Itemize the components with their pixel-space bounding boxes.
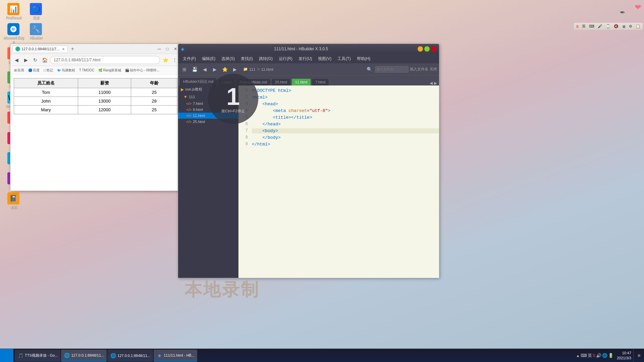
browser-tab[interactable]: 🌐 127.0.0.1:8848/111/7... ✕ xyxy=(12,46,68,52)
desktop-icon-hbuilder[interactable]: 🔧 HBuilder xyxy=(24,22,48,45)
menu-find[interactable]: 查找(I) xyxy=(238,55,255,63)
menu-goto[interactable]: 跳转(G) xyxy=(256,55,275,63)
menu-view[interactable]: 视图(V) xyxy=(315,55,334,63)
menu-help[interactable]: 帮助(H) xyxy=(354,55,373,63)
toolbar-btn-forward[interactable]: ▶ xyxy=(210,65,219,74)
hbuilder-logo: ◈ xyxy=(181,46,184,52)
ime-settings: ⚙ xyxy=(628,24,633,29)
browser-window: 🌐 127.0.0.1:8848/111/7... ✕ + ─ □ ✕ ◀ ▶ … xyxy=(10,44,181,191)
menu-publish[interactable]: 发行(U) xyxy=(296,55,315,63)
browser-toolbar: ◀ ▶ ↻ 🏠 127.0.0.1:8848/111/7.html ⭐ ⋮ xyxy=(10,54,181,66)
table-row: Mary 12000 25 xyxy=(14,106,177,114)
menu-select[interactable]: 选择(S) xyxy=(219,55,237,63)
tray-arrow[interactable]: ▲ xyxy=(576,354,580,358)
refresh-button[interactable]: ↻ xyxy=(31,56,39,64)
minimize-button[interactable]: ─ xyxy=(156,46,163,52)
bookmark-chuangzuo[interactable]: 🎬 创作中心 - 哔哩哔... xyxy=(123,67,161,73)
new-tab-button[interactable]: + xyxy=(69,46,76,52)
taskbar: 🎵 TTS视频录放 - Go... 🌐 127.0.0.1:8848/11...… xyxy=(0,349,644,362)
cell-name: John xyxy=(14,97,78,106)
bookmark-baidu[interactable]: 🔵 百度 xyxy=(26,67,41,73)
tray-sougou: S xyxy=(593,353,596,358)
file-label: 11.html xyxy=(193,114,205,118)
file-icon: </> xyxy=(186,114,192,118)
tab-25html[interactable]: 25.html xyxy=(271,78,291,85)
toolbar-btn-1[interactable]: ⊞ xyxy=(180,65,189,74)
home-button[interactable]: 🏠 xyxy=(41,56,49,64)
tray-network: 🌐 xyxy=(602,353,607,358)
back-button[interactable]: ◀ xyxy=(12,56,20,64)
taskbar-item-browser1[interactable]: 🌐 127.0.0.1:8848/11... xyxy=(61,350,107,362)
taskbar-item-hbuilder[interactable]: ◈ 111/11.html - HB... xyxy=(154,350,197,362)
code-editor[interactable]: 1 <!DOCTYPE html> 2 <html> 3 <head> 4 <m… xyxy=(238,85,439,278)
notification-area: ▲ ⌨ 英 S 🔊 🌐 🔋 xyxy=(575,353,615,359)
folder-icon: ▶ xyxy=(181,87,184,92)
tab-hbuilderx[interactable]: HBuilderX回迁.md xyxy=(179,77,217,85)
ime-clipboard: 📋 xyxy=(635,24,641,29)
bookmark-birds[interactable]: 🐦 鸟课教程 xyxy=(55,67,77,73)
svg-rect-1 xyxy=(7,353,10,355)
code-line-9: 9 </html> xyxy=(238,142,439,148)
code-line-4: 4 <meta charset="utf-8"> xyxy=(238,108,439,115)
pen-icon: ✒ xyxy=(620,8,626,16)
desktop-icon-edge[interactable]: Microsoft Edge xyxy=(2,22,25,45)
restore-button[interactable]: □ xyxy=(164,46,171,52)
bookmark-apps[interactable]: ⊞ 应用 xyxy=(12,67,26,73)
taskbar-item-browser2[interactable]: 🌐 127.0.0.1:8848/11... xyxy=(107,350,153,362)
taskbar-items: 🎵 TTS视频录放 - Go... 🌐 127.0.0.1:8848/11...… xyxy=(13,350,575,362)
hbuilder-menubar: 文件(F) 编辑(E) 选择(S) 查找(I) 跳转(G) 运行(R) 发行(U… xyxy=(178,54,439,63)
taskbar-date-label: 2021/3/3 xyxy=(617,356,631,360)
tray-lang[interactable]: 英 xyxy=(588,353,592,359)
close-button[interactable]: ✕ xyxy=(431,46,436,52)
desktop-icon-baidu[interactable]: 🔵 百度 xyxy=(24,2,48,21)
tab-7html[interactable]: 7.html xyxy=(312,78,329,85)
toolbar-btn-save[interactable]: 💾 xyxy=(190,65,199,74)
bookmark-notes[interactable]: □ 笔记 xyxy=(42,67,55,73)
menu-file[interactable]: 文件(F) xyxy=(180,55,199,63)
browser-titlebar: 🌐 127.0.0.1:8848/111/7... ✕ + ─ □ ✕ xyxy=(10,44,181,54)
minimize-button[interactable]: ─ xyxy=(418,46,423,52)
maximize-button[interactable]: □ xyxy=(424,46,430,52)
menu-tools[interactable]: 工具(T) xyxy=(335,55,353,63)
svg-rect-3 xyxy=(7,356,10,359)
taskbar-time-label: 10:47 xyxy=(617,351,631,355)
address-bar[interactable]: 127.0.0.1:8848/111/7.html xyxy=(50,56,160,64)
cell-age: 28 xyxy=(131,97,177,106)
col-header-name: 员工姓名 xyxy=(14,78,78,88)
tab-close-button[interactable]: ✕ xyxy=(62,47,65,51)
tray-volume: 🔊 xyxy=(596,353,601,358)
search-icon[interactable]: 🔍 xyxy=(365,65,374,74)
taskbar-item-tts[interactable]: 🎵 TTS视频录放 - Go... xyxy=(15,350,60,362)
toolbar-btn-run[interactable]: ▶ xyxy=(230,65,239,74)
table-row: Tom 11000 25 xyxy=(14,88,177,97)
bookmark-tmooc[interactable]: T TMOOC xyxy=(77,68,96,73)
code-line-6: 6 </head> xyxy=(238,122,439,128)
file-search-input[interactable] xyxy=(375,66,409,73)
hbuilder-titlebar: ◈ 111/11.html - HBuilder X 3.0.5 ─ □ ✕ xyxy=(178,44,439,54)
file-icon: </> xyxy=(186,120,192,124)
tabs-next-button[interactable]: ▶ xyxy=(434,81,437,85)
cell-salary: 13000 xyxy=(78,97,131,106)
desktop-icon-note[interactable]: 📓 笔记 xyxy=(2,191,25,210)
start-button[interactable] xyxy=(0,349,13,362)
bookmarks-button[interactable]: ⭐ xyxy=(161,56,169,64)
code-line-3: 3 <head> xyxy=(238,102,439,108)
ime-screen: 🖥 xyxy=(621,24,627,29)
show-desktop-button[interactable]: ⊞ xyxy=(633,349,644,362)
tabs-prev-button[interactable]: ◀ xyxy=(430,81,433,85)
path-folder: 111 xyxy=(249,67,255,71)
cell-age: 25 xyxy=(131,106,177,114)
toolbar-btn-bookmark[interactable]: ⭐ xyxy=(220,65,229,74)
bookmark-rang[interactable]: 🌿 Rang茶茶城 xyxy=(97,67,123,73)
menu-run[interactable]: 运行(R) xyxy=(276,55,295,63)
code-line-7: 7 <body> xyxy=(238,128,439,135)
file-icon: </> xyxy=(186,108,192,112)
code-line-8: 8 </body> xyxy=(238,135,439,142)
toolbar-btn-back[interactable]: ◀ xyxy=(200,65,209,74)
tab-11html[interactable]: 11.html xyxy=(291,78,311,85)
menu-edit[interactable]: 编辑(E) xyxy=(199,55,218,63)
toolbar-search: 🔍 插入文件名 关闭 xyxy=(365,65,437,74)
desktop-icon-proiresult[interactable]: 📊 ProiResult xyxy=(2,2,25,21)
sidebar-root-label: vue.js教程 xyxy=(185,87,202,92)
forward-button[interactable]: ▶ xyxy=(22,56,30,64)
